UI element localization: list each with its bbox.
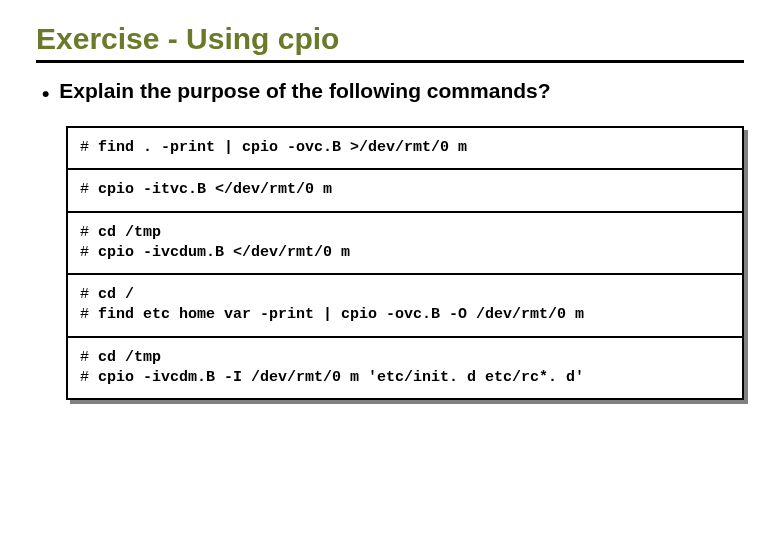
command-text: find . -print | cpio -ovc.B >/dev/rmt/0 … xyxy=(98,139,467,156)
bullet-dot-icon: • xyxy=(42,79,49,106)
command-text: find etc home var -print | cpio -ovc.B -… xyxy=(98,306,584,323)
command-row: # find . -print | cpio -ovc.B >/dev/rmt/… xyxy=(68,128,742,170)
shell-prompt: # xyxy=(80,244,89,261)
slide-title: Exercise - Using cpio xyxy=(36,22,744,58)
bullet-item: • Explain the purpose of the following c… xyxy=(36,79,744,106)
shell-prompt: # xyxy=(80,349,89,366)
command-text: cd / xyxy=(98,286,134,303)
shell-prompt: # xyxy=(80,306,89,323)
slide: Exercise - Using cpio • Explain the purp… xyxy=(0,0,780,540)
shell-prompt: # xyxy=(80,369,89,386)
code-table: # find . -print | cpio -ovc.B >/dev/rmt/… xyxy=(66,126,744,400)
command-text: cd /tmp xyxy=(98,349,161,366)
code-box: # find . -print | cpio -ovc.B >/dev/rmt/… xyxy=(66,126,744,400)
bullet-text: Explain the purpose of the following com… xyxy=(59,79,550,103)
shell-prompt: # xyxy=(80,286,89,303)
command-text: cpio -ivcdm.B -I /dev/rmt/0 m 'etc/init.… xyxy=(98,369,584,386)
command-row: # cd /tmp # cpio -ivcdm.B -I /dev/rmt/0 … xyxy=(68,338,742,399)
shell-prompt: # xyxy=(80,181,89,198)
command-row: # cd /tmp # cpio -ivcdum.B </dev/rmt/0 m xyxy=(68,213,742,276)
command-text: cpio -itvc.B </dev/rmt/0 m xyxy=(98,181,332,198)
command-text: cpio -ivcdum.B </dev/rmt/0 m xyxy=(98,244,350,261)
shell-prompt: # xyxy=(80,224,89,241)
command-row: # cpio -itvc.B </dev/rmt/0 m xyxy=(68,170,742,212)
command-text: cd /tmp xyxy=(98,224,161,241)
title-underline xyxy=(36,60,744,63)
command-row: # cd / # find etc home var -print | cpio… xyxy=(68,275,742,338)
shell-prompt: # xyxy=(80,139,89,156)
